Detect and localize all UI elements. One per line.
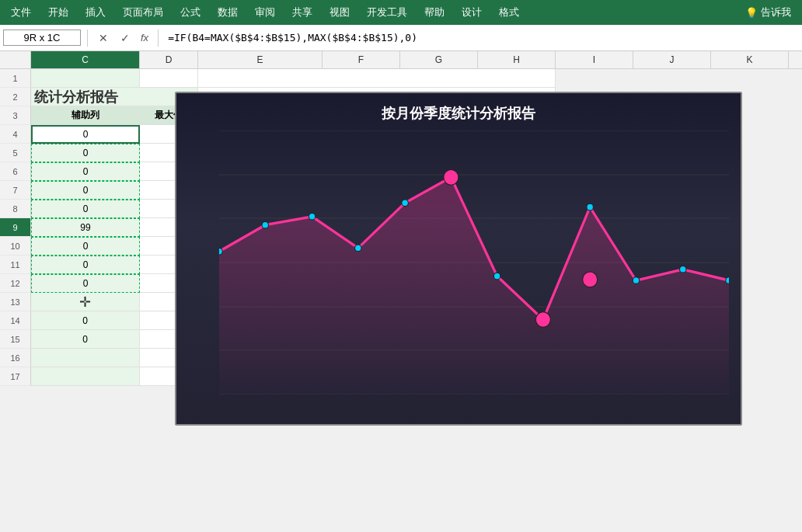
cell-c12[interactable]: 0 <box>31 274 140 293</box>
menu-data[interactable]: 数据 <box>210 2 246 23</box>
separator <box>87 30 88 47</box>
cross-icon: ✛ <box>79 294 91 311</box>
menu-view[interactable]: 视图 <box>322 2 357 23</box>
formula-input[interactable] <box>165 30 799 45</box>
fx-label: fx <box>138 32 152 43</box>
row-num-12: 12 <box>0 274 31 293</box>
svg-point-20 <box>444 169 459 185</box>
col-header-c[interactable]: C <box>31 51 140 68</box>
cell-c15[interactable]: 0 <box>31 330 140 349</box>
row-num-11: 11 <box>0 256 31 274</box>
separator2 <box>158 30 159 47</box>
menu-tell-me[interactable]: 💡 告诉我 <box>737 2 799 23</box>
cancel-btn[interactable]: ✕ <box>94 30 113 46</box>
col-header-i[interactable]: I <box>556 51 633 68</box>
svg-point-27 <box>680 266 686 273</box>
cell-c1[interactable] <box>31 69 140 88</box>
cell-c3[interactable]: 辅助列 <box>31 106 140 125</box>
chart-svg: 0 20 40 60 80 100 120 <box>219 130 729 395</box>
svg-point-28 <box>726 277 729 284</box>
menu-right-group: 💡 告诉我 <box>737 2 799 23</box>
cell-c16[interactable] <box>31 349 140 367</box>
col-headers: C D E F G H I J K <box>0 51 802 69</box>
menu-help[interactable]: 帮助 <box>417 2 452 23</box>
cell-c2[interactable]: 统计分析报告 <box>31 88 198 106</box>
table-row: 1 <box>0 69 802 88</box>
col-header-f[interactable]: F <box>323 51 400 68</box>
row-num-2: 2 <box>0 88 31 106</box>
menu-formula[interactable]: 公式 <box>173 2 208 23</box>
menu-share[interactable]: 共享 <box>284 2 320 23</box>
cell-c8[interactable]: 0 <box>31 200 140 218</box>
row-num-7: 7 <box>0 181 31 200</box>
cell-c17[interactable] <box>31 367 140 386</box>
cell-c13[interactable]: ✛ <box>31 293 140 311</box>
row-num-16: 16 <box>0 349 31 367</box>
svg-point-15 <box>219 248 222 255</box>
col-header-j[interactable]: J <box>633 51 711 68</box>
svg-point-16 <box>262 221 268 228</box>
col-header-e[interactable]: E <box>198 51 323 68</box>
menu-devtools[interactable]: 开发工具 <box>359 2 415 23</box>
row-num-6: 6 <box>0 162 31 181</box>
row-num-10: 10 <box>0 237 31 256</box>
svg-point-17 <box>309 213 315 220</box>
name-box[interactable] <box>3 30 81 46</box>
lightbulb-icon: 💡 <box>745 7 758 19</box>
col-header-g[interactable]: G <box>400 51 478 68</box>
menu-bar: 文件 开始 插入 页面布局 公式 数据 审阅 共享 视图 开发工具 帮助 设计 … <box>0 0 802 25</box>
menu-design[interactable]: 设计 <box>454 2 490 23</box>
col-header-k[interactable]: K <box>711 51 789 68</box>
menu-file[interactable]: 文件 <box>3 2 39 23</box>
svg-marker-14 <box>219 177 729 395</box>
chart-inner: 按月份季度统计分析报告 0 20 40 60 80 100 120 <box>176 93 741 424</box>
menu-start[interactable]: 开始 <box>40 2 76 23</box>
cell-c4[interactable]: 0 <box>31 125 140 144</box>
row-num-5: 5 <box>0 144 31 162</box>
confirm-btn[interactable]: ✓ <box>116 30 134 46</box>
svg-point-19 <box>402 200 408 207</box>
row-num-4: 4 <box>0 125 31 144</box>
chart-container[interactable]: 按月份季度统计分析报告 0 20 40 60 80 100 120 <box>175 92 742 426</box>
row-num-9: 9 <box>0 218 31 237</box>
cell-c10[interactable]: 0 <box>31 237 140 256</box>
svg-point-24 <box>535 312 550 328</box>
cell-c14[interactable]: 0 <box>31 311 140 330</box>
formula-bar: ✕ ✓ fx <box>0 25 802 51</box>
row-num-14: 14 <box>0 311 31 330</box>
menu-format[interactable]: 格式 <box>491 2 527 23</box>
cell-c11[interactable]: 0 <box>31 256 140 274</box>
row-num-13: 13 <box>0 293 31 311</box>
menu-review[interactable]: 审阅 <box>247 2 283 23</box>
chart-title: 按月份季度统计分析报告 <box>176 93 741 123</box>
spreadsheet: C D E F G H I J K 1 2 统计分析报告 <box>0 51 802 532</box>
col-header-d[interactable]: D <box>140 51 198 68</box>
svg-point-26 <box>633 277 639 284</box>
row-num-17: 17 <box>0 367 31 386</box>
svg-point-21 <box>493 273 500 280</box>
cell-d1[interactable] <box>140 69 198 88</box>
cell-c7[interactable]: 0 <box>31 181 140 200</box>
corner-cell <box>0 51 31 68</box>
menu-page-layout[interactable]: 页面布局 <box>115 2 171 23</box>
row-num-15: 15 <box>0 330 31 349</box>
cell-c5[interactable]: 0 <box>31 144 140 162</box>
cell-c6[interactable]: 0 <box>31 162 140 181</box>
row-num-1: 1 <box>0 69 31 88</box>
cell-c9[interactable]: 99 <box>31 218 140 237</box>
row-num-3: 3 <box>0 106 31 125</box>
col-header-h[interactable]: H <box>478 51 556 68</box>
svg-point-18 <box>355 245 361 252</box>
menu-insert[interactable]: 插入 <box>78 2 113 23</box>
svg-point-25 <box>583 272 598 287</box>
row-num-8: 8 <box>0 200 31 218</box>
cell-e1[interactable] <box>198 69 556 88</box>
svg-point-23 <box>587 203 593 210</box>
